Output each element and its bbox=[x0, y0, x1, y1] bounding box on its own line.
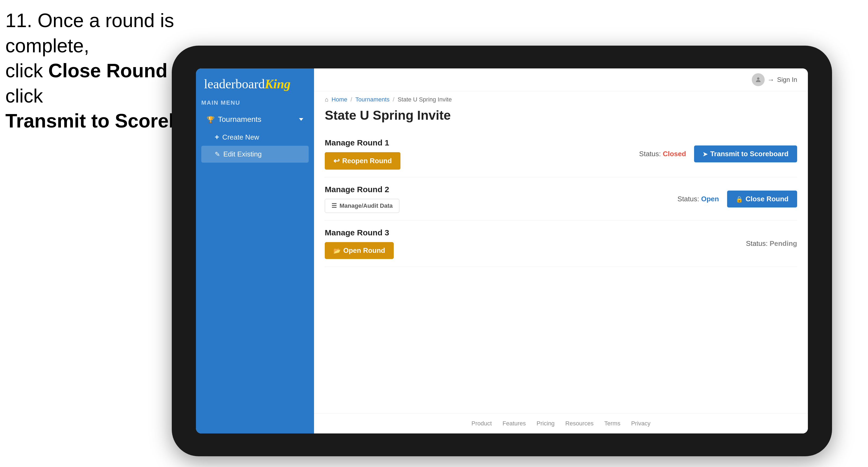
round-2-status-value: Open bbox=[701, 195, 719, 203]
reopen-icon bbox=[333, 156, 340, 165]
tournaments-label: Tournaments bbox=[218, 115, 261, 124]
instruction-pre: click bbox=[5, 60, 48, 81]
page-header: State U Spring Invite bbox=[314, 105, 808, 128]
manage-audit-label: Manage/Audit Data bbox=[340, 203, 393, 209]
breadcrumb-current: State U Spring Invite bbox=[398, 96, 452, 103]
audit-icon bbox=[332, 203, 337, 209]
round-2-right: Status: Open Close Round bbox=[677, 191, 797, 208]
sign-in-button[interactable]: Sign In bbox=[752, 73, 797, 86]
round-1-left: Manage Round 1 Reopen Round bbox=[325, 138, 400, 169]
round-3-status: Status: Pending bbox=[746, 240, 797, 248]
tournaments-nav-left: Tournaments bbox=[207, 115, 261, 124]
plus-icon bbox=[215, 133, 219, 142]
round-1-section: Manage Round 1 Reopen Round Status: Clos… bbox=[325, 131, 797, 178]
footer-pricing[interactable]: Pricing bbox=[536, 420, 555, 427]
transmit-scoreboard-label: Transmit to Scoreboard bbox=[710, 150, 788, 158]
open-round-button[interactable]: Open Round bbox=[325, 242, 394, 259]
chevron-down-icon bbox=[299, 118, 303, 121]
reopen-round-button[interactable]: Reopen Round bbox=[325, 152, 400, 169]
home-icon bbox=[325, 96, 328, 103]
logo-area: leaderboardKing bbox=[196, 68, 314, 97]
round-2-section: Manage Round 2 Manage/Audit Data Status:… bbox=[325, 178, 797, 221]
round-3-status-value: Pending bbox=[770, 240, 797, 247]
round-3-right: Status: Pending bbox=[746, 240, 797, 248]
main-menu-label: MAIN MENU bbox=[201, 99, 309, 106]
close-round-button[interactable]: Close Round bbox=[727, 191, 797, 208]
round-2-left: Manage Round 2 Manage/Audit Data bbox=[325, 185, 399, 213]
footer-features[interactable]: Features bbox=[502, 420, 526, 427]
breadcrumb-sep2: / bbox=[393, 96, 394, 103]
reopen-round-label: Reopen Round bbox=[342, 157, 392, 165]
manage-audit-data-button[interactable]: Manage/Audit Data bbox=[325, 199, 399, 213]
logo-king: King bbox=[265, 77, 291, 91]
close-icon bbox=[736, 195, 743, 203]
sign-in-label: Sign In bbox=[777, 76, 797, 84]
footer: Product Features Pricing Resources Terms… bbox=[314, 413, 808, 433]
top-header: Sign In bbox=[314, 68, 808, 91]
round-3-section: Manage Round 3 Open Round Status: Pendin… bbox=[325, 221, 797, 267]
transmit-icon bbox=[703, 150, 708, 158]
footer-privacy[interactable]: Privacy bbox=[631, 420, 650, 427]
breadcrumb: Home / Tournaments / State U Spring Invi… bbox=[314, 91, 808, 105]
tablet-screen: leaderboardKing MAIN MENU Tournaments bbox=[196, 68, 808, 433]
logo-leaderboard: leaderboard bbox=[204, 77, 265, 91]
trophy-icon bbox=[207, 115, 215, 124]
transmit-to-scoreboard-button[interactable]: Transmit to Scoreboard bbox=[694, 146, 797, 162]
instruction-bold: Close Round bbox=[48, 60, 167, 81]
breadcrumb-tournaments[interactable]: Tournaments bbox=[355, 96, 390, 103]
close-round-label: Close Round bbox=[746, 195, 788, 203]
edit-icon bbox=[215, 150, 220, 158]
breadcrumb-home[interactable]: Home bbox=[332, 96, 347, 103]
app-layout: leaderboardKing MAIN MENU Tournaments bbox=[196, 68, 808, 433]
sidebar-item-tournaments[interactable]: Tournaments bbox=[201, 110, 309, 129]
footer-resources[interactable]: Resources bbox=[565, 420, 593, 427]
avatar bbox=[752, 73, 765, 86]
footer-product[interactable]: Product bbox=[471, 420, 492, 427]
open-round-label: Open Round bbox=[343, 246, 385, 255]
sidebar-item-create-new[interactable]: Create New bbox=[201, 129, 309, 146]
footer-terms[interactable]: Terms bbox=[604, 420, 621, 427]
app-logo: leaderboardKing bbox=[204, 76, 306, 91]
round-1-title: Manage Round 1 bbox=[325, 138, 400, 147]
edit-existing-label: Edit Existing bbox=[223, 150, 262, 158]
round-1-right: Status: Closed Transmit to Scoreboard bbox=[639, 146, 797, 162]
svg-point-2 bbox=[757, 77, 760, 80]
sidebar-nav: MAIN MENU Tournaments Create New bbox=[196, 97, 314, 164]
round-2-title: Manage Round 2 bbox=[325, 185, 399, 194]
signin-arrow-icon bbox=[767, 76, 774, 84]
main-content: Sign In Home / Tournaments / State U Spr… bbox=[314, 68, 808, 433]
page-title: State U Spring Invite bbox=[325, 108, 797, 123]
round-3-left: Manage Round 3 Open Round bbox=[325, 228, 394, 259]
round-2-status: Status: Open bbox=[677, 195, 719, 203]
round-3-title: Manage Round 3 bbox=[325, 228, 394, 237]
breadcrumb-sep1: / bbox=[350, 96, 352, 103]
round-1-status-value: Closed bbox=[663, 150, 686, 158]
open-icon bbox=[333, 246, 341, 255]
round-1-status: Status: Closed bbox=[639, 150, 686, 158]
sidebar: leaderboardKing MAIN MENU Tournaments bbox=[196, 68, 314, 433]
content-area: Manage Round 1 Reopen Round Status: Clos… bbox=[314, 128, 808, 413]
tablet-device: leaderboardKing MAIN MENU Tournaments bbox=[172, 45, 832, 456]
sidebar-item-edit-existing[interactable]: Edit Existing bbox=[201, 146, 309, 163]
create-new-label: Create New bbox=[222, 133, 259, 142]
